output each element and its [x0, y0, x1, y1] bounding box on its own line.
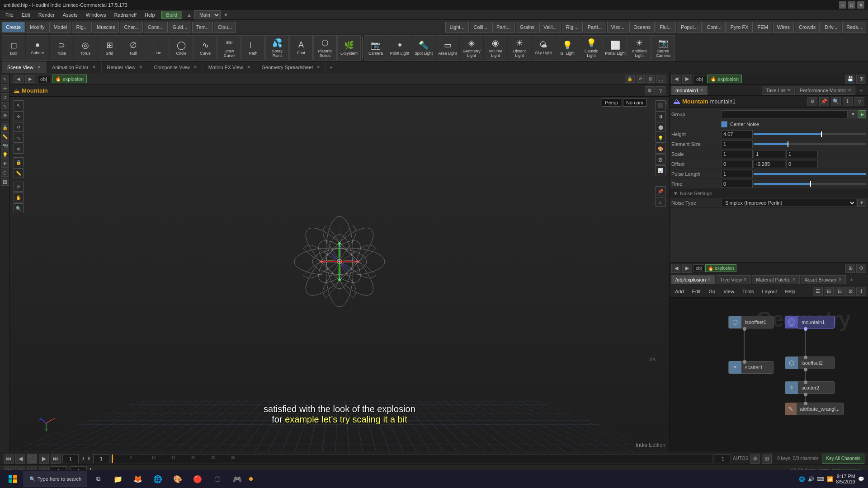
- vp-display-btn[interactable]: ⬛: [656, 100, 665, 110]
- transport-back-frame[interactable]: ◀: [15, 454, 25, 464]
- prop-offset-x-input[interactable]: [721, 160, 753, 168]
- menu-edit[interactable]: Edit: [18, 11, 34, 19]
- tab-model[interactable]: Model: [49, 22, 71, 33]
- prop-noise-type-select[interactable]: Simplex (Improved Perlin) Perlin Sparse …: [721, 199, 856, 207]
- port-mountain1-out[interactable]: [804, 327, 807, 331]
- tab-modify[interactable]: Modify: [26, 22, 48, 33]
- tab-geo-spreadsheet-close[interactable]: ✕: [316, 65, 320, 70]
- viewport-nav-fwd[interactable]: ▶: [25, 75, 35, 83]
- cam-dropdown[interactable]: No cam: [623, 99, 646, 107]
- noise-settings-header[interactable]: ▼ Noise Settings: [670, 189, 868, 198]
- sidebar-render-btn[interactable]: 🖼: [1, 178, 9, 186]
- tool-camera[interactable]: 📷 Camera: [364, 35, 387, 61]
- node-view-tree[interactable]: ⊞: [824, 287, 834, 296]
- port-scatter2-out[interactable]: [804, 393, 807, 396]
- sidebar-select-btn[interactable]: ↖: [1, 75, 9, 83]
- prop-tab-take-list[interactable]: Take List ✕: [762, 86, 794, 95]
- prop-offset-z-input[interactable]: [786, 160, 818, 168]
- timeline-end-frame[interactable]: [715, 454, 731, 463]
- tab-animation-editor[interactable]: Animation Editor ✕: [47, 61, 102, 73]
- tray-icon1[interactable]: 🌐: [799, 476, 805, 482]
- tab-render-view[interactable]: Render View ✕: [102, 61, 149, 73]
- tab-grains[interactable]: Grains: [516, 22, 538, 33]
- menu-windows[interactable]: Windows: [82, 11, 110, 19]
- tool-grid[interactable]: ⊞ Grid: [98, 35, 121, 61]
- tab-colli[interactable]: Colli...: [470, 22, 492, 33]
- tab-wires[interactable]: Wires: [773, 22, 794, 33]
- node-menu-layout[interactable]: Layout: [759, 288, 781, 295]
- prop-help-btn2[interactable]: ?: [854, 97, 864, 106]
- vp-snap-btn[interactable]: 🔒: [14, 157, 24, 167]
- prop-pulse-slider[interactable]: [754, 173, 866, 175]
- viewport-3d[interactable]: 972 42 ⬛ ◑ ⬤ 💡 🎨 🖼 📊 📌 ⌂ ↖ ✢ ↺: [10, 97, 669, 452]
- tab-crowds[interactable]: Crowds: [795, 22, 820, 33]
- node-view-grid[interactable]: ⊟: [835, 287, 844, 296]
- vp-overlay-btn[interactable]: 📊: [656, 165, 665, 175]
- port-isooffset1-out[interactable]: [743, 327, 746, 331]
- prop-scale-x-input[interactable]: [721, 150, 753, 158]
- tab-scene-view-close[interactable]: ✕: [37, 65, 41, 70]
- sidebar-move-btn[interactable]: ✢: [1, 84, 9, 92]
- prop-height-slider[interactable]: [754, 133, 866, 135]
- tab-popul[interactable]: Popul...: [677, 22, 702, 33]
- prop-noise-type-btn[interactable]: ▼: [857, 199, 866, 207]
- transport-skip-fwd[interactable]: ⏭: [51, 454, 61, 464]
- tab-create[interactable]: Create: [2, 22, 25, 33]
- tool-platonic[interactable]: ⬡ Platonic Solids: [313, 35, 337, 61]
- prop-pin-btn[interactable]: 📌: [819, 97, 829, 106]
- start-btn[interactable]: [4, 470, 22, 488]
- taskbar-firefox[interactable]: 🦊: [129, 470, 147, 488]
- vp-select-btn[interactable]: ↖: [14, 100, 24, 110]
- tab-reds[interactable]: Reds...: [842, 22, 866, 33]
- tab-fem[interactable]: FEM: [754, 22, 772, 33]
- taskbar-chrome[interactable]: 🌐: [149, 470, 167, 488]
- build-button[interactable]: Build: [161, 11, 182, 19]
- vp-home-btn[interactable]: ⌂: [656, 197, 665, 207]
- viewport-fullscreen-btn[interactable]: ⛶: [656, 75, 665, 83]
- vp-scale-btn[interactable]: ⤡: [14, 133, 24, 143]
- tab-parti2[interactable]: Parti...: [584, 22, 606, 33]
- node-menu-edit[interactable]: Edit: [689, 288, 704, 295]
- tab-pyro[interactable]: Pyro FX: [726, 22, 753, 33]
- menu-render[interactable]: Render: [35, 11, 58, 19]
- tab-rig[interactable]: Rig...: [72, 22, 92, 33]
- tool-gi-light[interactable]: 💡 GI Light: [556, 35, 579, 61]
- node-menu-help[interactable]: Help: [782, 288, 799, 295]
- prop-nav-back[interactable]: ◀: [671, 75, 681, 84]
- node-menu-tools[interactable]: Tools: [739, 288, 758, 295]
- vp-smooth-btn[interactable]: ⬤: [656, 122, 665, 132]
- sidebar-scale-btn[interactable]: ⤡: [1, 102, 9, 110]
- taskview-btn[interactable]: ⧉: [89, 470, 107, 488]
- tab-rigi[interactable]: Rigi...: [562, 22, 583, 33]
- prop-tab-add[interactable]: +: [856, 86, 866, 95]
- tool-draw-curve[interactable]: ✏ Draw Curve: [217, 35, 241, 61]
- prop-scale-z-input[interactable]: [786, 150, 818, 158]
- node-attribute-wrangle[interactable]: ✎ attribute_wrangl...: [785, 403, 844, 415]
- menu-radnshelf[interactable]: Radnshelf: [110, 11, 140, 19]
- sidebar-transform-btn[interactable]: ⊕: [1, 111, 9, 119]
- workspace-selector[interactable]: Main: [194, 10, 221, 19]
- port-scatter2-in[interactable]: [804, 380, 807, 384]
- viewport-expand-btn[interactable]: ⊞: [646, 75, 655, 83]
- tab-velli[interactable]: Velli...: [539, 22, 561, 33]
- tab-cons[interactable]: Cons...: [144, 22, 168, 33]
- prop-checkbox-center-noise[interactable]: [721, 121, 727, 127]
- transport-skip-back[interactable]: ⏮: [4, 454, 14, 464]
- node-view-detail[interactable]: ⊠: [845, 287, 855, 296]
- prop-time-input[interactable]: [721, 180, 753, 188]
- node-view-info[interactable]: ℹ: [856, 287, 866, 296]
- prop-height-input[interactable]: [721, 130, 753, 138]
- node-scatter2[interactable]: ⚬ scatter2: [785, 381, 835, 394]
- node-menu-add[interactable]: Add: [671, 288, 688, 295]
- prop-element-size-input[interactable]: [721, 140, 753, 148]
- tool-tube[interactable]: ⊃ Tube: [50, 35, 73, 61]
- tab-scene-view[interactable]: Scene View ✕: [2, 61, 47, 73]
- node-menu-view[interactable]: View: [720, 288, 738, 295]
- vp-lights-btn[interactable]: 💡: [656, 133, 665, 143]
- tray-icon2[interactable]: 🔊: [808, 476, 814, 482]
- port-attrib-in[interactable]: [804, 402, 807, 405]
- vp-rotate-btn[interactable]: ↺: [14, 122, 24, 132]
- node-expand-btn[interactable]: ⊞: [845, 264, 855, 273]
- tab-composite-view[interactable]: Composite View ✕: [148, 61, 203, 73]
- sidebar-visible-btn[interactable]: 👁: [1, 160, 9, 168]
